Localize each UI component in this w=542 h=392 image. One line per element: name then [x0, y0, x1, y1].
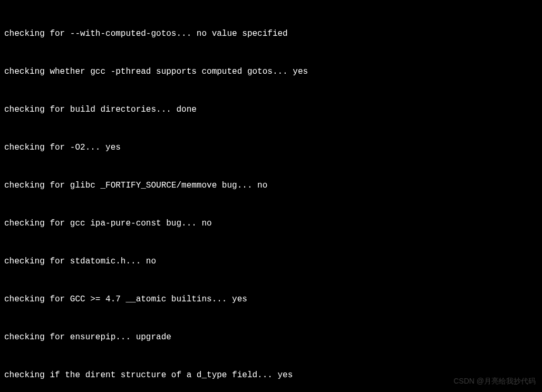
- output-line: checking for GCC >= 4.7 __atomic builtin…: [4, 293, 538, 306]
- output-line: checking for glibc _FORTIFY_SOURCE/memmo…: [4, 179, 538, 192]
- output-line: checking for -O2... yes: [4, 141, 538, 154]
- output-line: checking for ensurepip... upgrade: [4, 331, 538, 344]
- watermark-text: CSDN @月亮给我抄代码: [453, 376, 536, 387]
- output-line: checking for --with-computed-gotos... no…: [4, 27, 538, 40]
- output-line: checking whether gcc -pthread supports c…: [4, 65, 538, 78]
- output-line: checking for build directories... done: [4, 103, 538, 116]
- output-line: checking for gcc ipa-pure-const bug... n…: [4, 217, 538, 230]
- terminal-output: checking for --with-computed-gotos... no…: [4, 2, 538, 392]
- output-line: checking for stdatomic.h... no: [4, 255, 538, 268]
